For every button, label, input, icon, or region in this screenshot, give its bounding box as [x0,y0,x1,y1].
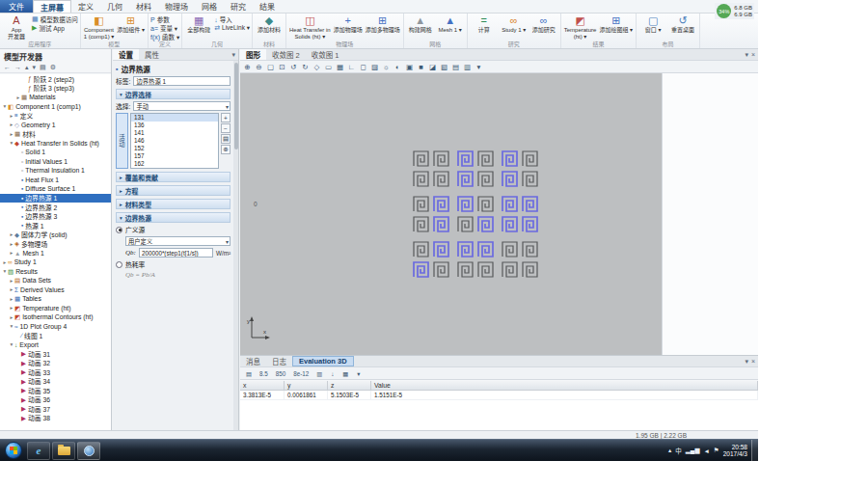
heat-source-cell-2[interactable] [457,150,494,187]
ribbon-tab-主屏幕[interactable]: 主屏幕 [33,0,71,13]
view-plane-icon[interactable]: ▭ [323,62,334,72]
tree-item[interactable]: ▾◧Component 1 (comp1) [0,102,111,112]
add-component-button[interactable]: ⊞添加组件 ▾ [116,14,146,41]
reset-desktop-button[interactable]: ↺重置桌面 [668,14,697,41]
tree-item[interactable]: ▪边界热源 1 [0,194,111,203]
tree-item[interactable]: ▶动画 34 [0,377,111,387]
file-menu-button[interactable]: 文件 [0,0,33,13]
graphics-close-icon[interactable]: × [751,51,755,58]
entity-item[interactable]: 157 [131,152,218,160]
rotate-view-icon[interactable]: ↻ [300,62,311,72]
export-table-icon[interactable]: ↓ [327,368,338,379]
selection-mode-combo[interactable]: 手动 [133,101,231,111]
tree-item[interactable]: ▸◩Isothermal Contours (ht) [0,312,111,322]
tree-item[interactable]: ▪边界热源 2 [0,203,111,212]
settings-tab-属性[interactable]: 属性 [139,49,165,60]
import-button[interactable]: ↓导入 [214,15,250,23]
tree-item[interactable]: ▾◆Heat Transfer in Solids (ht) [0,139,111,149]
scene-light-icon[interactable]: ☼ [381,62,392,72]
select-points-icon[interactable]: ▧ [439,62,449,72]
section-boundary-selection[interactable]: ▾ 边界选择 [116,89,231,99]
collapse-all-icon[interactable]: ▴ [25,64,29,71]
console-tab-消息[interactable]: 消息 [240,356,266,366]
copy-selection[interactable]: ▤ [221,134,231,144]
tree-item[interactable]: ▶动画 35 [0,386,111,395]
zoom-to-selection[interactable]: ⊕ [221,145,231,154]
graphics-tab-图形[interactable]: 图形 [240,49,266,60]
tree-item[interactable]: ▪Heat Flux 1 [0,176,111,185]
entity-item[interactable]: 131 [131,114,218,122]
heat-source-cell-3[interactable] [502,150,538,187]
volume-icon[interactable]: ◄ [703,447,709,454]
scientific-notation-button[interactable]: 8e-12 [290,368,312,379]
add-study-button[interactable]: ∞添加研究 [529,14,558,41]
tree-item[interactable]: ▶动画 38 [0,414,111,423]
physics-interface-button[interactable]: ◫Heat Transfer in Solids (ht) ▾ [288,14,332,41]
taskbar-windows-explorer[interactable] [52,442,75,460]
tree-item[interactable]: ▫Initial Values 1 [0,157,111,167]
forward-icon[interactable]: → [14,64,21,70]
column-header-x[interactable]: x [240,381,285,390]
entity-item[interactable]: 152 [131,145,218,152]
tree-item[interactable]: ▸▤Data Sets [0,276,111,285]
windows-button[interactable]: ▢窗口 ▾ [638,14,667,41]
tree-item[interactable]: ▸◩Temperature (ht) [0,304,111,313]
component-select-button[interactable]: ◧Component 1 (comp1) ▾ [83,14,116,41]
snapshot-icon[interactable]: ▤ [450,62,461,72]
graphics-canvas[interactable]: 0 y x [240,73,662,355]
ribbon-tab-物理场[interactable]: 物理场 [158,0,195,13]
table-row[interactable]: 3.3813E-50.00618615.1503E-51.5151E-5 [240,391,758,400]
ribbon-tab-材料[interactable]: 材料 [129,0,158,13]
go-to-default-view-icon[interactable]: ↺ [288,62,299,72]
tree-item[interactable]: ▾▧Results [0,267,111,277]
tree-item[interactable]: ▪边界热源 3 [0,212,111,222]
mesh-1-button[interactable]: ▲Mesh 1 ▾ [436,14,465,41]
tree-item[interactable]: ▸∞Study 1 [0,258,111,267]
select-edges-icon[interactable]: ◪ [427,62,438,72]
general-source-radio[interactable] [116,227,122,233]
show-node-text-icon[interactable]: ▤ [40,64,46,71]
select-boundaries-icon[interactable]: ■ [416,62,426,72]
action-center-flag-icon[interactable]: ⚑ [714,447,719,454]
wireframe-icon[interactable]: ◻ [358,62,368,72]
selection-active-toggle[interactable]: 活动 [116,113,128,169]
tree-item[interactable]: ▸▦材料 [0,129,111,139]
heat-source-cell-1[interactable] [413,150,449,187]
table-settings-icon[interactable]: ▤ [243,368,255,379]
variables-button[interactable]: a=变量 ▾ [150,24,179,32]
expand-all-icon[interactable]: ▾ [33,64,37,71]
functions-button[interactable]: f(x)函数 ▾ [150,33,179,41]
zoom-box-icon[interactable]: ⊡ [277,62,287,72]
console-menu-chevron-icon[interactable]: ▾ [745,358,748,366]
taskbar-internet-explorer[interactable]: e [27,442,50,460]
input-language-indicator[interactable]: 中 [675,446,682,455]
console-tab-Evaluation 3D[interactable]: Evaluation 3D [292,356,354,366]
back-icon[interactable]: ← [4,64,11,70]
column-header-z[interactable]: z [328,381,371,390]
tree-item[interactable]: ▸◇Geometry 1 [0,121,111,130]
display-precision-button[interactable]: 850 [273,368,289,379]
tree-item[interactable]: ▸◆固体力学 (solid) [0,230,111,240]
add-to-selection[interactable]: + [221,113,231,122]
section-覆盖和贡献[interactable]: ▸覆盖和贡献 [116,172,231,182]
graphics-tab-收敛图 1[interactable]: 收敛图 1 [306,49,345,60]
ribbon-tab-定义[interactable]: 定义 [71,0,100,13]
build-mesh-button[interactable]: ▲构建网格 [406,14,435,41]
add-multiphysics-button[interactable]: ⊞添加多物理场 [365,14,401,41]
taskbar-comsol[interactable] [77,442,100,460]
tree-item[interactable]: ▸▲Mesh 1 [0,249,111,258]
selection-entity-list[interactable]: 131136141146152157162 [130,113,219,169]
tree-item[interactable]: ▪热源 1 [0,221,111,230]
plot-group-select-button[interactable]: ◩Temperature (ht) ▾ [563,14,598,41]
source-type-combo[interactable]: 用户定义 [125,236,231,246]
more-table-options-icon[interactable]: ▾ [353,368,364,379]
ribbon-tab-几何[interactable]: 几何 [100,0,129,13]
more-view-options-icon[interactable]: ▾ [474,62,484,72]
graphics-menu-chevron-icon[interactable]: ▾ [745,51,748,59]
heat-source-cell-9[interactable] [502,241,538,278]
console-tab-日志[interactable]: 日志 [266,356,292,366]
tree-item[interactable]: ƒ阶跃 3 (step3) [0,84,111,94]
entity-item[interactable]: 141 [131,129,218,137]
print-icon[interactable]: ▥ [462,62,473,72]
section-方程[interactable]: ▸方程 [116,185,231,196]
